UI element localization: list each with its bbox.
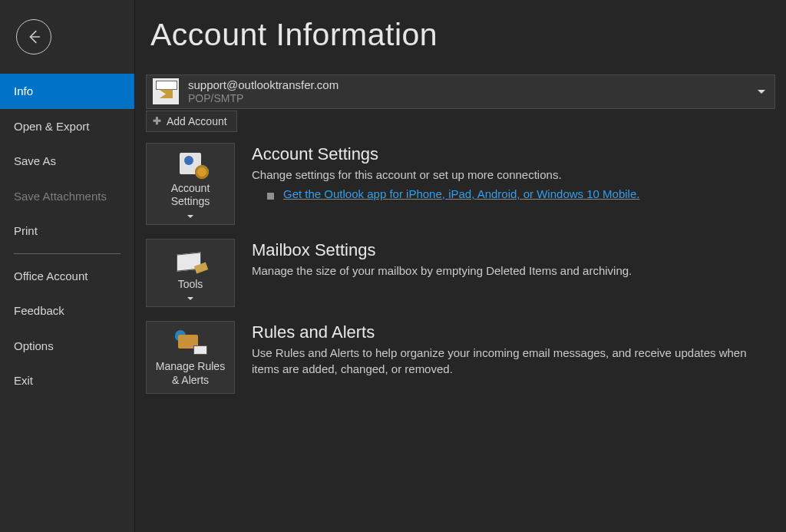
account-email: support@outlooktransfer.com [188,78,339,92]
sidebar-item-label: Print [14,224,38,237]
sidebar-item-label: Options [14,339,54,352]
section-title: Rules and Alerts [252,322,775,342]
section-account-settings: Account Settings Account Settings Change… [146,143,775,225]
bullet-row: Get the Outlook app for iPhone, iPad, An… [267,187,775,200]
section-desc: Manage the size of your mailbox by empty… [252,263,775,279]
account-text: support@outlooktransfer.com POP/SMTP [188,78,339,105]
account-settings-icon [173,151,207,177]
section-title: Mailbox Settings [252,240,775,260]
sidebar-item-print[interactable]: Print [0,213,134,249]
rules-alerts-icon [173,329,207,355]
section-mailbox-settings: Tools Mailbox Settings Manage the size o… [146,239,775,308]
tile-label: Manage Rules & Alerts [151,360,230,387]
sidebar-item-label: Save Attachments [14,190,107,203]
sidebar-item-feedback[interactable]: Feedback [0,293,134,329]
back-button[interactable] [0,0,134,74]
tools-tile[interactable]: Tools [146,239,235,308]
manage-rules-alerts-tile[interactable]: Manage Rules & Alerts [146,321,235,394]
section-rules-alerts: Manage Rules & Alerts Rules and Alerts U… [146,321,775,394]
sidebar-item-exit[interactable]: Exit [0,363,134,398]
sidebar-item-options[interactable]: Options [0,329,134,364]
sidebar-item-save-attachments: Save Attachments [0,179,134,214]
page-title: Account Information [150,17,775,53]
account-type: POP/SMTP [188,92,339,105]
sidebar-separator [14,253,121,254]
account-settings-tile[interactable]: Account Settings [146,143,235,225]
add-account-label: Add Account [167,115,227,127]
chevron-down-icon [758,90,765,94]
tools-icon [173,247,207,273]
sidebar-item-info[interactable]: Info [0,74,134,109]
back-arrow-icon [16,19,51,55]
sidebar-item-label: Open & Export [14,120,89,133]
section-desc: Change settings for this account or set … [252,167,775,183]
section-body: Account Settings Change settings for thi… [252,143,775,200]
tile-label: Tools [178,278,203,292]
section-title: Account Settings [252,144,775,164]
account-selector[interactable]: support@outlooktransfer.com POP/SMTP [146,74,775,109]
mail-account-icon [153,78,179,104]
content-pane: Account Information support@outlooktrans… [135,0,786,532]
plus-icon: ✚ [153,115,161,127]
sidebar-item-save-as[interactable]: Save As [0,144,134,179]
add-account-button[interactable]: ✚ Add Account [146,111,237,132]
get-outlook-app-link[interactable]: Get the Outlook app for iPhone, iPad, An… [283,187,639,200]
sidebar-item-open-export[interactable]: Open & Export [0,109,134,144]
sidebar-item-label: Exit [14,374,33,387]
sidebar-item-label: Info [14,84,33,97]
section-desc: Use Rules and Alerts to help organize yo… [252,345,775,377]
section-body: Mailbox Settings Manage the size of your… [252,239,775,279]
sidebar-item-office-account[interactable]: Office Account [0,259,134,294]
sidebar-item-label: Office Account [14,269,88,283]
bullet-icon [267,193,274,200]
chevron-down-icon [187,297,193,300]
sidebar-item-label: Feedback [14,304,64,317]
tile-label: Account Settings [151,182,230,209]
sidebar-item-label: Save As [14,154,56,167]
section-body: Rules and Alerts Use Rules and Alerts to… [252,321,775,377]
backstage-sidebar: Info Open & Export Save As Save Attachme… [0,0,135,532]
chevron-down-icon [187,215,193,218]
